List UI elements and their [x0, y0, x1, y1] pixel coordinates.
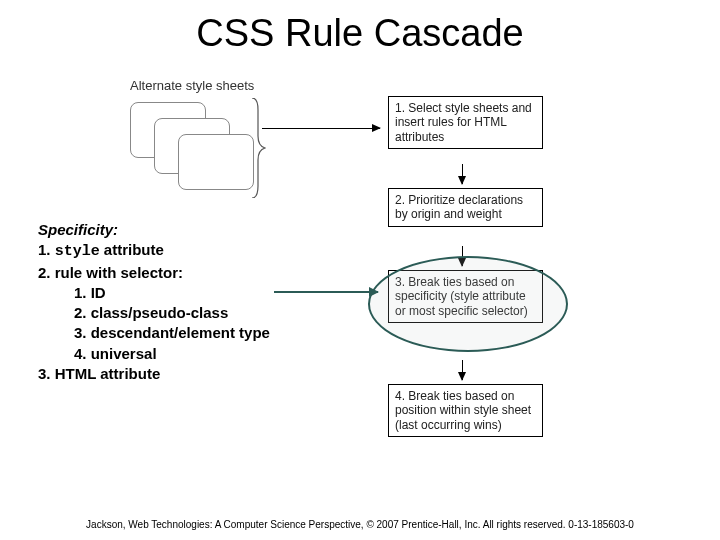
stylesheet-icon	[178, 134, 254, 190]
spec-sub-1: 1. ID	[38, 283, 270, 303]
spec-item-1: 1. style attribute	[38, 240, 270, 262]
alternate-sheets-label: Alternate style sheets	[130, 78, 254, 93]
page-title: CSS Rule Cascade	[0, 12, 720, 55]
step-2-box: 2. Prioritize declarations by origin and…	[388, 188, 543, 227]
specificity-arrow-icon	[274, 291, 378, 293]
footer-citation: Jackson, Web Technologies: A Computer Sc…	[0, 519, 720, 530]
spec-item-2: 2. rule with selector:	[38, 263, 270, 283]
arrow-right-icon	[262, 128, 380, 129]
step-3-box: 3. Break ties based on specificity (styl…	[388, 270, 543, 323]
spec-item-3: 3. HTML attribute	[38, 364, 270, 384]
spec-sub-4: 4. universal	[38, 344, 270, 364]
brace-icon	[250, 98, 266, 198]
step-1-box: 1. Select style sheets and insert rules …	[388, 96, 543, 149]
spec-sub-3: 3. descendant/element type	[38, 323, 270, 343]
spec-sub-2: 2. class/pseudo-class	[38, 303, 270, 323]
arrow-down-icon	[462, 246, 463, 266]
specificity-heading: Specificity:	[38, 221, 118, 238]
specificity-list: Specificity: 1. style attribute 2. rule …	[38, 220, 270, 384]
step-4-box: 4. Break ties based on position within s…	[388, 384, 543, 437]
arrow-down-icon	[462, 360, 463, 380]
arrow-down-icon	[462, 164, 463, 184]
